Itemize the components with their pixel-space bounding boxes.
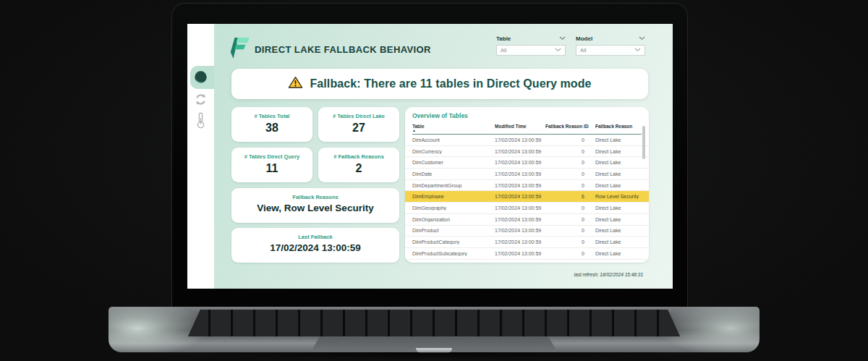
cell-table: DimAccount xyxy=(412,137,495,143)
table-row[interactable]: DimProductSubcategory17/02/2024 13:00:59… xyxy=(405,248,649,260)
card-label: Fallback Reasons xyxy=(231,194,399,200)
cell-modified-time: 17/02/2024 13:00:59 xyxy=(495,194,545,199)
cell-modified-time: 17/02/2024 13:00:59 xyxy=(495,228,545,233)
table-row[interactable]: DimCurrency17/02/2024 13:00:590Direct La… xyxy=(405,146,649,158)
slicer-model-value: All xyxy=(580,47,586,54)
cell-table: DimPromotion xyxy=(412,262,495,263)
overview-of-tables-visual: Overview of Tables Table ▲ Modified Time… xyxy=(405,107,649,263)
cell-modified-time: 17/02/2024 13:00:59 xyxy=(495,149,545,154)
thermometer-icon xyxy=(196,112,205,132)
cell-fallback-reason: Direct Lake xyxy=(593,160,642,165)
cell-table: DimProduct xyxy=(412,228,495,233)
slicer-table-dropdown[interactable]: All xyxy=(496,45,566,56)
card-label: Last Fallback xyxy=(231,234,399,240)
cell-fallback-reason-id: 0 xyxy=(545,183,593,188)
kpi-tables-direct-query: # Tables Direct Query 11 xyxy=(231,148,312,182)
table-row[interactable]: DimPromotion17/02/2024 13:00:590Direct L… xyxy=(405,260,649,263)
card-value: View, Row Level Security xyxy=(231,203,399,213)
cell-fallback-reason: Direct Lake xyxy=(593,205,642,211)
cell-modified-time: 17/02/2024 13:00:59 xyxy=(495,239,545,245)
column-header-modified-time[interactable]: Modified Time xyxy=(495,124,545,132)
cell-table: DimProductCategory xyxy=(412,239,495,245)
cell-table: DimCurrency xyxy=(412,149,495,154)
slicer-model-label: Model xyxy=(576,35,592,42)
cell-modified-time: 17/02/2024 13:00:59 xyxy=(495,251,545,256)
chevron-down-icon xyxy=(634,47,641,54)
sort-ascending-icon: ▲ xyxy=(412,129,495,132)
cell-fallback-reason: Direct Lake xyxy=(593,239,642,245)
table-row[interactable]: DimProductCategory17/02/2024 13:00:590Di… xyxy=(405,237,649,248)
cell-fallback-reason: Direct Lake xyxy=(593,262,642,263)
table-row[interactable]: DimAccount17/02/2024 13:00:590Direct Lak… xyxy=(405,135,649,146)
cell-fallback-reason: Direct Lake xyxy=(593,228,642,233)
report-page-icon xyxy=(194,70,208,87)
report-sidebar xyxy=(187,24,214,289)
cell-modified-time: 17/02/2024 13:00:59 xyxy=(495,262,545,263)
table-row[interactable]: DimDate17/02/2024 13:00:590Direct Lake xyxy=(405,169,649,180)
sidebar-item-temperature[interactable] xyxy=(187,112,214,132)
laptop-shadow xyxy=(94,352,774,361)
kpi-label: # Fallback Reasons xyxy=(318,153,399,160)
cell-fallback-reason-id: 0 xyxy=(545,160,593,165)
cell-fallback-reason-id: 0 xyxy=(545,239,593,245)
fallback-warning-text: Fallback: There are 11 tables in Direct … xyxy=(310,77,591,90)
kpi-label: # Tables Direct Query xyxy=(231,153,312,160)
cell-table: DimEmployee xyxy=(412,194,495,199)
chevron-down-icon[interactable] xyxy=(639,35,645,42)
table-row[interactable]: DimEmployee17/02/2024 13:00:596Row Level… xyxy=(405,191,649,203)
slicer-table-value: All xyxy=(501,47,506,54)
table-scrollbar[interactable] xyxy=(642,126,645,159)
cell-modified-time: 17/02/2024 13:00:59 xyxy=(495,205,545,211)
sidebar-item-refresh[interactable] xyxy=(187,93,214,109)
cell-fallback-reason: Direct Lake xyxy=(593,171,642,177)
kpi-tables-total: # Tables Total 38 xyxy=(231,107,312,142)
chevron-down-icon[interactable] xyxy=(559,35,566,42)
cell-fallback-reason-id: 0 xyxy=(545,262,593,263)
warning-triangle-icon xyxy=(288,76,303,92)
table-title: Overview of Tables xyxy=(412,112,642,119)
slicer-model-dropdown[interactable]: All xyxy=(576,45,645,56)
scene: DIRECT LAKE FALLBACK BEHAVIOR Table All xyxy=(0,0,868,361)
cell-fallback-reason: Direct Lake xyxy=(593,149,642,154)
cell-table: DimDepartmentGroup xyxy=(412,183,495,188)
column-header-fallback-reason[interactable]: Fallback Reason xyxy=(593,124,642,132)
cell-fallback-reason-id: 0 xyxy=(545,251,593,256)
cell-modified-time: 17/02/2024 13:00:59 xyxy=(495,171,545,177)
kpi-value: 38 xyxy=(231,122,312,135)
column-header-fallback-reason-id[interactable]: Fallback Reason ID xyxy=(545,124,593,132)
sidebar-item-report-page[interactable] xyxy=(187,70,214,87)
cell-modified-time: 17/02/2024 13:00:59 xyxy=(495,137,545,143)
fabric-logo xyxy=(230,36,250,63)
kpi-tables-direct-lake: # Tables Direct Lake 27 xyxy=(318,107,399,142)
table-row[interactable]: DimOrganization17/02/2024 13:00:590Direc… xyxy=(405,214,649,226)
slicer-model: Model All xyxy=(576,35,645,56)
table-row[interactable]: DimDepartmentGroup17/02/2024 13:00:590Di… xyxy=(405,180,649,192)
kpi-value: 2 xyxy=(318,162,399,175)
report-display: DIRECT LAKE FALLBACK BEHAVIOR Table All xyxy=(187,24,673,289)
cell-table: DimProductSubcategory xyxy=(412,251,495,256)
cell-fallback-reason-id: 0 xyxy=(545,205,593,211)
table-header-row: Table ▲ Modified Time Fallback Reason ID… xyxy=(412,124,642,135)
cell-fallback-reason-id: 0 xyxy=(545,217,593,222)
refresh-icon xyxy=(195,93,207,109)
cell-fallback-reason-id: 0 xyxy=(545,137,593,143)
card-fallback-reasons: Fallback Reasons View, Row Level Securit… xyxy=(231,188,399,223)
table-row[interactable]: DimGeography17/02/2024 13:00:590Direct L… xyxy=(405,203,649,214)
cell-fallback-reason: Direct Lake xyxy=(593,251,642,256)
slicer-table-label: Table xyxy=(496,35,511,42)
table-row[interactable]: DimProduct17/02/2024 13:00:590Direct Lak… xyxy=(405,226,649,237)
cell-table: DimCustomer xyxy=(412,160,495,165)
cell-modified-time: 17/02/2024 13:00:59 xyxy=(495,217,545,222)
table-row[interactable]: DimCustomer17/02/2024 13:00:590Direct La… xyxy=(405,157,649,169)
cell-fallback-reason-id: 0 xyxy=(545,171,593,177)
kpi-label: # Tables Direct Lake xyxy=(318,113,399,119)
column-header-table[interactable]: Table ▲ xyxy=(412,124,495,132)
cell-fallback-reason-id: 6 xyxy=(545,194,593,199)
report-canvas: DIRECT LAKE FALLBACK BEHAVIOR Table All xyxy=(214,24,673,289)
cell-table: DimDate xyxy=(412,171,495,177)
laptop-keyboard xyxy=(188,310,680,336)
cell-fallback-reason: Direct Lake xyxy=(593,217,642,222)
last-refresh-note: last refresh: 18/02/2024 15:48:31 xyxy=(574,272,643,277)
cell-table: DimGeography xyxy=(412,205,495,211)
cell-fallback-reason-id: 0 xyxy=(545,149,593,154)
